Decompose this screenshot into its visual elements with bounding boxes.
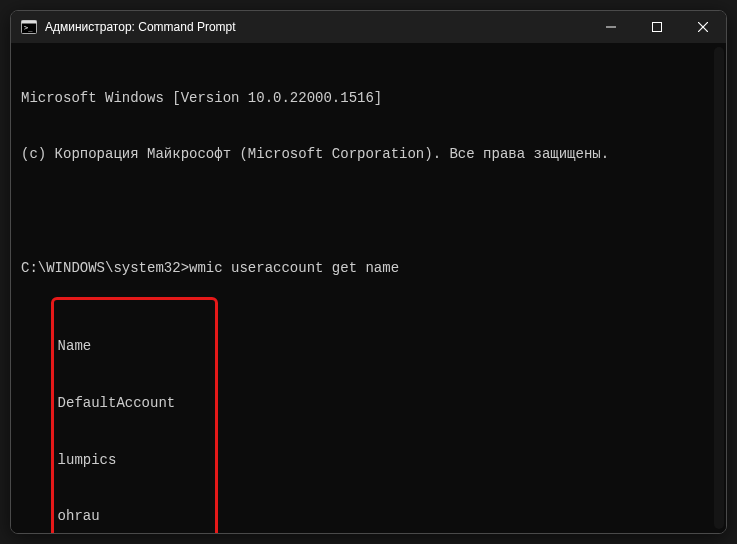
titlebar-left: >_ Администратор: Command Prompt	[21, 19, 236, 35]
prompt-line-1: C:\WINDOWS\system32>wmic useraccount get…	[21, 259, 716, 278]
terminal-area[interactable]: Microsoft Windows [Version 10.0.22000.15…	[11, 43, 726, 533]
vertical-scrollbar[interactable]	[714, 47, 724, 529]
copyright-line: (c) Корпорация Майкрософт (Microsoft Cor…	[21, 145, 716, 164]
svg-rect-4	[653, 23, 662, 32]
maximize-button[interactable]	[634, 11, 680, 43]
blank-line	[21, 202, 716, 221]
window-title: Администратор: Command Prompt	[45, 20, 236, 34]
output-line: DefaultAccount	[58, 394, 209, 413]
command-prompt-window: >_ Администратор: Command Prompt Microso…	[10, 10, 727, 534]
prompt-path: C:\WINDOWS\system32>	[21, 259, 189, 278]
version-line: Microsoft Windows [Version 10.0.22000.15…	[21, 89, 716, 108]
window-controls	[588, 11, 726, 43]
close-button[interactable]	[680, 11, 726, 43]
titlebar[interactable]: >_ Администратор: Command Prompt	[11, 11, 726, 43]
output-highlight-box: Name DefaultAccount lumpics ohrau WDAGUt…	[51, 297, 218, 533]
output-line: Name	[58, 337, 209, 356]
cmd-icon: >_	[21, 19, 37, 35]
svg-line-6	[698, 22, 708, 32]
svg-line-5	[698, 22, 708, 32]
entered-command: wmic useraccount get name	[189, 259, 399, 278]
minimize-button[interactable]	[588, 11, 634, 43]
output-line: lumpics	[58, 451, 209, 470]
output-line: ohrau	[58, 507, 209, 526]
svg-text:>_: >_	[24, 24, 33, 32]
